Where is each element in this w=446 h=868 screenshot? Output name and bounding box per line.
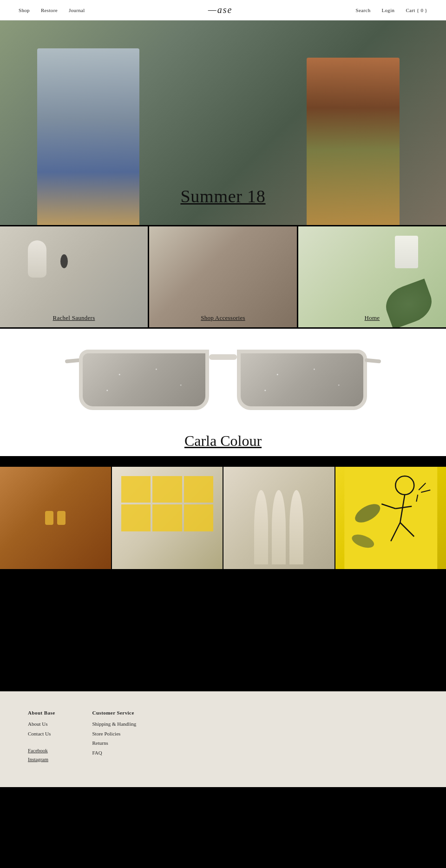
grid-item-arch[interactable] — [223, 467, 334, 569]
tile-rachel-saunders[interactable]: Rachel Saunders — [0, 226, 149, 327]
grid-item-blocks[interactable] — [112, 467, 223, 569]
line-art-svg — [335, 467, 446, 569]
sg-bridge — [209, 354, 237, 360]
gi-earring-decoration — [45, 511, 66, 525]
footer-faq[interactable]: FAQ — [92, 749, 137, 757]
arch-2 — [272, 490, 286, 564]
sg-glitter-right — [241, 353, 363, 406]
arch-1 — [254, 490, 268, 564]
footer-instagram[interactable]: Instagram — [28, 755, 55, 763]
footer: About Base About Us Contact Us Facebook … — [0, 690, 446, 787]
tile-3-candle — [395, 236, 418, 268]
tile-2-background — [149, 226, 297, 327]
tile-shop-accessories[interactable]: Shop Accessories — [149, 226, 298, 327]
block-3 — [184, 476, 214, 503]
tile-1-vase — [28, 240, 46, 278]
nav-cart[interactable]: Cart { 0 } — [406, 7, 427, 13]
footer-about-us[interactable]: About Us — [28, 720, 55, 728]
sunglasses-title: Carla Colour — [184, 432, 262, 450]
sg-lens-left — [79, 350, 209, 410]
nav-search[interactable]: Search — [356, 7, 371, 13]
gi-arch-decoration — [228, 471, 330, 564]
hero-figure-right — [307, 58, 400, 225]
nav-restore[interactable]: Restore — [41, 7, 58, 13]
sg-arm-right — [365, 358, 381, 363]
tile-2-label: Shop Accessories — [201, 314, 245, 322]
tile-home[interactable]: Home — [298, 226, 446, 327]
footer-about-col: About Base About Us Contact Us Facebook … — [28, 710, 55, 764]
sunglasses-frame — [79, 340, 367, 417]
block-6 — [184, 504, 214, 531]
nav-journal[interactable]: Journal — [69, 7, 85, 13]
sunglasses-banner[interactable]: Carla Colour — [0, 327, 446, 457]
block-1 — [121, 476, 151, 503]
footer-social: Facebook Instagram — [28, 747, 55, 763]
nav-login[interactable]: Login — [381, 7, 394, 13]
tile-1-earring — [60, 254, 68, 268]
sunglasses-image — [70, 336, 376, 429]
footer-facebook[interactable]: Facebook — [28, 747, 55, 755]
block-2 — [152, 476, 182, 503]
tile-3-label: Home — [365, 314, 380, 322]
site-logo[interactable]: —ase — [208, 5, 232, 15]
dark-section — [0, 569, 446, 690]
grid-item-art[interactable] — [335, 467, 446, 569]
four-grid-section — [0, 467, 446, 569]
nav-left: Shop Restore Journal — [19, 7, 85, 13]
footer-customer-heading: Customer Service — [92, 710, 137, 716]
arch-3 — [289, 490, 303, 564]
footer-store-policies[interactable]: Store Policies — [92, 730, 137, 738]
block-4 — [121, 504, 151, 531]
earring-1 — [45, 511, 53, 525]
footer-inner: About Base About Us Contact Us Facebook … — [28, 710, 418, 764]
footer-contact-us[interactable]: Contact Us — [28, 730, 55, 738]
footer-about-heading: About Base — [28, 710, 55, 716]
hero-banner[interactable]: Summer 18 — [0, 20, 446, 225]
tile-1-label: Rachel Saunders — [53, 314, 95, 322]
footer-shipping[interactable]: Shipping & Handling — [92, 720, 137, 728]
hero-title: Summer 18 — [180, 186, 265, 206]
block-5 — [152, 504, 182, 531]
footer-customer-col: Customer Service Shipping & Handling Sto… — [92, 710, 137, 764]
earring-2 — [57, 511, 66, 525]
nav-right: Search Login Cart { 0 } — [356, 7, 427, 13]
sg-glitter-left — [83, 353, 205, 406]
nav-shop[interactable]: Shop — [19, 7, 30, 13]
three-tiles-section: Rachel Saunders Shop Accessories Home — [0, 225, 446, 327]
sg-lens-right — [237, 350, 367, 410]
tile-1-background — [0, 226, 148, 327]
separator-1 — [0, 457, 446, 467]
gi-blocks-decoration — [121, 476, 214, 560]
footer-returns[interactable]: Returns — [92, 739, 137, 747]
grid-item-earring[interactable] — [0, 467, 111, 569]
navigation: Shop Restore Journal —ase Search Login C… — [0, 0, 446, 20]
hero-figure-left — [37, 48, 139, 225]
